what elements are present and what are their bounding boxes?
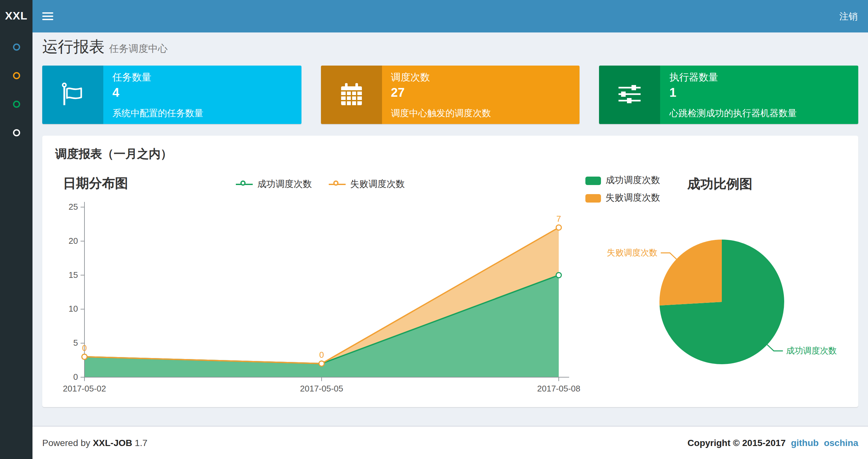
copyright-text: Copyright © 2015-2017: [687, 437, 785, 448]
svg-text:0: 0: [82, 343, 87, 353]
legend-label: 失败调度次数: [350, 178, 405, 190]
info-box-content: 执行器数量 1 心跳检测成功的执行器机器数量: [660, 66, 858, 124]
panel-title: 调度报表（一月之内）: [42, 136, 858, 166]
line-chart-header: 日期分布图 成功调度次数 失败调度次数: [55, 173, 585, 197]
success-ratio-section: 成功调度次数 失败调度次数 成功比例图 成功调度次数失败调度次数: [585, 173, 845, 400]
panel-body: 日期分布图 成功调度次数 失败调度次数 0510152: [42, 166, 858, 407]
svg-text:2017-05-08: 2017-05-08: [537, 384, 581, 393]
svg-text:7: 7: [556, 214, 561, 224]
info-box-desc: 调度中心触发的调度次数: [391, 108, 570, 120]
circle-outline-icon: [13, 72, 20, 79]
info-box-content: 调度次数 27 调度中心触发的调度次数: [382, 66, 580, 124]
circle-outline-icon: [13, 43, 20, 50]
pie-chart-title: 成功比例图: [687, 175, 752, 193]
svg-text:0: 0: [319, 350, 324, 360]
line-series-marker-icon: [236, 181, 253, 188]
info-box-label: 调度次数: [391, 71, 570, 84]
hamburger-icon: [42, 12, 53, 20]
svg-text:失败调度次数: 失败调度次数: [607, 248, 657, 257]
sidebar-item-2[interactable]: [0, 90, 32, 118]
line-chart-legend: 成功调度次数 失败调度次数: [55, 178, 585, 190]
svg-text:0: 0: [73, 372, 78, 382]
svg-text:20: 20: [68, 236, 78, 246]
svg-text:15: 15: [68, 270, 78, 280]
info-box-label: 执行器数量: [670, 71, 849, 84]
info-box-0: 任务数量 4 系统中配置的任务数量: [42, 66, 301, 124]
top-navbar: XXL 注销: [0, 0, 868, 32]
legend-label: 成功调度次数: [257, 178, 312, 190]
content-header: 运行报表任务调度中心: [42, 38, 858, 58]
github-link[interactable]: github: [791, 437, 819, 448]
info-box-value: 27: [391, 86, 570, 100]
sidebar-toggle-button[interactable]: [32, 0, 62, 32]
summary-boxes: 任务数量 4 系统中配置的任务数量: [42, 66, 858, 124]
info-box-content: 任务数量 4 系统中配置的任务数量: [103, 66, 301, 124]
svg-text:10: 10: [68, 304, 78, 314]
footer-powered: Powered by XXL-JOB 1.7: [42, 437, 148, 448]
legend-item-success[interactable]: 成功调度次数: [585, 175, 660, 186]
app-root: XXL 注销 运行报表任务调度中心: [0, 0, 868, 459]
sidebar-item-1[interactable]: [0, 61, 32, 90]
date-distribution-section: 日期分布图 成功调度次数 失败调度次数 0510152: [55, 173, 585, 400]
sidebar-item-3[interactable]: [0, 118, 32, 147]
logout-link[interactable]: 注销: [829, 0, 868, 32]
legend-item-fail[interactable]: 失败调度次数: [329, 178, 405, 190]
footer-brand: XXL-JOB: [93, 437, 132, 448]
sliders-icon: [599, 66, 660, 124]
date-distribution-chart: 05101520252017-05-022017-05-052017-05-08…: [55, 197, 582, 398]
svg-text:2017-05-02: 2017-05-02: [63, 384, 106, 393]
legend-item-success[interactable]: 成功调度次数: [236, 178, 312, 190]
info-box-value: 1: [670, 86, 849, 100]
svg-text:5: 5: [73, 338, 78, 348]
app-logo[interactable]: XXL: [0, 0, 32, 32]
page-footer: Powered by XXL-JOB 1.7 Copyright © 2015-…: [32, 426, 868, 459]
footer-copyright: Copyright © 2015-2017 github oschina: [687, 437, 858, 448]
info-box-desc: 系统中配置的任务数量: [113, 108, 292, 120]
powered-prefix: Powered by: [42, 437, 90, 448]
success-ratio-chart: 成功调度次数失败调度次数: [585, 197, 845, 398]
oschina-link[interactable]: oschina: [824, 437, 858, 448]
page-title-text: 运行报表: [42, 38, 104, 55]
navbar-right: 注销: [829, 0, 868, 32]
info-box-desc: 心跳检测成功的执行器机器数量: [670, 108, 849, 120]
info-box-value: 4: [113, 86, 292, 100]
sidebar: [0, 32, 32, 459]
info-box-2: 执行器数量 1 心跳检测成功的执行器机器数量: [599, 66, 858, 124]
page-title: 运行报表任务调度中心: [42, 38, 858, 58]
pie-chart-header: 成功调度次数 失败调度次数 成功比例图: [585, 173, 845, 197]
calendar-icon: [321, 66, 382, 124]
app-logo-text: XXL: [5, 10, 27, 23]
svg-text:25: 25: [68, 202, 78, 211]
legend-label: 成功调度次数: [606, 175, 660, 186]
report-panel: 调度报表（一月之内） 日期分布图 成功调度次数 失败调: [42, 136, 858, 407]
info-box-1: 调度次数 27 调度中心触发的调度次数: [321, 66, 580, 124]
info-box-label: 任务数量: [113, 71, 292, 84]
circle-outline-icon: [13, 100, 20, 107]
svg-text:2017-05-05: 2017-05-05: [300, 384, 343, 393]
footer-version: 1.7: [135, 437, 148, 448]
circle-outline-icon: [13, 129, 20, 136]
svg-text:成功调度次数: 成功调度次数: [786, 346, 837, 356]
pie-series-marker-icon: [585, 176, 601, 185]
content-area: 运行报表任务调度中心 任务数量 4 系统中配置的任务数量: [32, 32, 868, 426]
sidebar-item-0[interactable]: [0, 32, 32, 61]
flag-icon: [42, 66, 103, 124]
page-subtitle: 任务调度中心: [109, 43, 167, 54]
line-series-marker-icon: [329, 181, 346, 188]
